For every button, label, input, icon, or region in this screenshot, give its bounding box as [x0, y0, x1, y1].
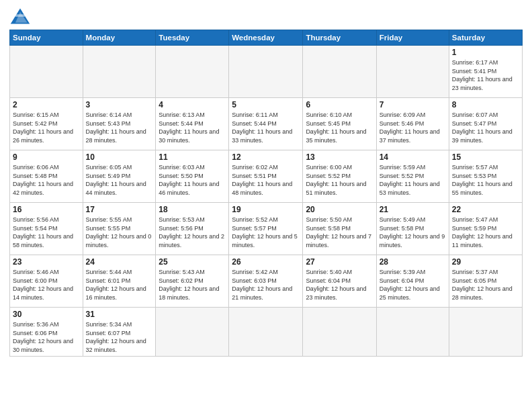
calendar-cell: 6Sunrise: 6:10 AM Sunset: 5:45 PM Daylig…	[303, 98, 376, 150]
day-number: 18	[159, 205, 226, 214]
day-number: 4	[159, 100, 226, 109]
calendar-cell: 20Sunrise: 5:50 AM Sunset: 5:58 PM Dayli…	[303, 203, 376, 255]
day-info: Sunrise: 6:13 AM Sunset: 5:44 PM Dayligh…	[159, 111, 226, 144]
calendar-cell: 25Sunrise: 5:43 AM Sunset: 6:02 PM Dayli…	[156, 255, 229, 308]
calendar-cell: 2Sunrise: 6:15 AM Sunset: 5:42 PM Daylig…	[10, 98, 83, 150]
calendar-cell: 3Sunrise: 6:14 AM Sunset: 5:43 PM Daylig…	[83, 98, 156, 150]
calendar-cell	[376, 308, 449, 357]
day-info: Sunrise: 5:46 AM Sunset: 6:00 PM Dayligh…	[13, 268, 80, 302]
day-number: 21	[380, 205, 446, 214]
calendar-cell: 18Sunrise: 5:53 AM Sunset: 5:56 PM Dayli…	[156, 203, 229, 255]
calendar-cell: 1Sunrise: 6:17 AM Sunset: 5:41 PM Daylig…	[449, 46, 522, 98]
calendar-cell	[156, 46, 229, 98]
calendar: SundayMondayTuesdayWednesdayThursdayFrid…	[9, 30, 523, 357]
calendar-cell: 5Sunrise: 6:11 AM Sunset: 5:44 PM Daylig…	[229, 98, 303, 150]
day-number: 15	[452, 152, 519, 162]
week-row-2: 2Sunrise: 6:15 AM Sunset: 5:42 PM Daylig…	[10, 98, 523, 150]
day-info: Sunrise: 6:15 AM Sunset: 5:42 PM Dayligh…	[13, 111, 80, 144]
logo-icon	[9, 7, 31, 26]
calendar-cell: 24Sunrise: 5:44 AM Sunset: 6:01 PM Dayli…	[83, 255, 156, 308]
day-number: 8	[452, 100, 519, 109]
weekday-header-friday: Friday	[376, 30, 449, 46]
day-number: 25	[159, 257, 226, 267]
calendar-cell	[229, 308, 303, 357]
day-number: 20	[306, 205, 373, 214]
page: SundayMondayTuesdayWednesdayThursdayFrid…	[0, 0, 532, 411]
calendar-cell: 22Sunrise: 5:47 AM Sunset: 5:59 PM Dayli…	[449, 203, 522, 255]
day-info: Sunrise: 5:59 AM Sunset: 5:52 PM Dayligh…	[380, 163, 446, 197]
calendar-cell	[229, 46, 303, 98]
day-number: 3	[86, 100, 153, 109]
calendar-cell: 31Sunrise: 5:34 AM Sunset: 6:07 PM Dayli…	[83, 308, 156, 357]
calendar-cell: 29Sunrise: 5:37 AM Sunset: 6:05 PM Dayli…	[449, 255, 522, 308]
calendar-cell: 15Sunrise: 5:57 AM Sunset: 5:53 PM Dayli…	[449, 150, 522, 203]
day-info: Sunrise: 5:53 AM Sunset: 5:56 PM Dayligh…	[159, 216, 226, 249]
week-row-3: 9Sunrise: 6:06 AM Sunset: 5:48 PM Daylig…	[10, 150, 523, 203]
day-number: 22	[452, 205, 519, 214]
day-number: 5	[232, 100, 300, 109]
day-number: 7	[380, 100, 446, 109]
day-info: Sunrise: 6:03 AM Sunset: 5:50 PM Dayligh…	[159, 163, 226, 197]
calendar-cell	[156, 308, 229, 357]
day-info: Sunrise: 6:14 AM Sunset: 5:43 PM Dayligh…	[86, 111, 153, 144]
day-info: Sunrise: 5:47 AM Sunset: 5:59 PM Dayligh…	[452, 216, 519, 249]
day-number: 30	[13, 310, 80, 319]
day-number: 14	[380, 152, 446, 162]
calendar-cell: 10Sunrise: 6:05 AM Sunset: 5:49 PM Dayli…	[83, 150, 156, 203]
calendar-cell	[10, 46, 83, 98]
day-number: 26	[232, 257, 300, 267]
day-info: Sunrise: 6:05 AM Sunset: 5:49 PM Dayligh…	[86, 163, 153, 197]
week-row-5: 23Sunrise: 5:46 AM Sunset: 6:00 PM Dayli…	[10, 255, 523, 308]
day-info: Sunrise: 6:07 AM Sunset: 5:47 PM Dayligh…	[452, 111, 519, 144]
day-info: Sunrise: 5:52 AM Sunset: 5:57 PM Dayligh…	[232, 216, 300, 249]
day-number: 29	[452, 257, 519, 267]
calendar-cell: 11Sunrise: 6:03 AM Sunset: 5:50 PM Dayli…	[156, 150, 229, 203]
day-number: 27	[306, 257, 373, 267]
day-info: Sunrise: 5:43 AM Sunset: 6:02 PM Dayligh…	[159, 268, 226, 302]
day-number: 16	[13, 205, 80, 214]
logo	[9, 7, 34, 26]
day-number: 10	[86, 152, 153, 162]
weekday-header-sunday: Sunday	[10, 30, 83, 46]
day-number: 23	[13, 257, 80, 267]
day-info: Sunrise: 5:49 AM Sunset: 5:58 PM Dayligh…	[380, 216, 446, 249]
calendar-cell: 19Sunrise: 5:52 AM Sunset: 5:57 PM Dayli…	[229, 203, 303, 255]
day-info: Sunrise: 6:02 AM Sunset: 5:51 PM Dayligh…	[232, 163, 300, 197]
calendar-cell: 21Sunrise: 5:49 AM Sunset: 5:58 PM Dayli…	[376, 203, 449, 255]
calendar-cell: 26Sunrise: 5:42 AM Sunset: 6:03 PM Dayli…	[229, 255, 303, 308]
calendar-cell: 17Sunrise: 5:55 AM Sunset: 5:55 PM Dayli…	[83, 203, 156, 255]
calendar-cell: 4Sunrise: 6:13 AM Sunset: 5:44 PM Daylig…	[156, 98, 229, 150]
calendar-cell: 28Sunrise: 5:39 AM Sunset: 6:04 PM Dayli…	[376, 255, 449, 308]
day-number: 1	[452, 48, 519, 57]
weekday-header-monday: Monday	[83, 30, 156, 46]
svg-rect-2	[15, 14, 25, 17]
calendar-cell: 16Sunrise: 5:56 AM Sunset: 5:54 PM Dayli…	[10, 203, 83, 255]
calendar-cell: 30Sunrise: 5:36 AM Sunset: 6:06 PM Dayli…	[10, 308, 83, 357]
calendar-cell	[303, 308, 376, 357]
day-info: Sunrise: 5:39 AM Sunset: 6:04 PM Dayligh…	[380, 268, 446, 302]
calendar-cell	[303, 46, 376, 98]
calendar-cell: 8Sunrise: 6:07 AM Sunset: 5:47 PM Daylig…	[449, 98, 522, 150]
calendar-cell: 12Sunrise: 6:02 AM Sunset: 5:51 PM Dayli…	[229, 150, 303, 203]
day-info: Sunrise: 5:42 AM Sunset: 6:03 PM Dayligh…	[232, 268, 300, 302]
week-row-6: 30Sunrise: 5:36 AM Sunset: 6:06 PM Dayli…	[10, 308, 523, 357]
week-row-4: 16Sunrise: 5:56 AM Sunset: 5:54 PM Dayli…	[10, 203, 523, 255]
calendar-cell: 7Sunrise: 6:09 AM Sunset: 5:46 PM Daylig…	[376, 98, 449, 150]
calendar-cell	[376, 46, 449, 98]
day-info: Sunrise: 5:37 AM Sunset: 6:05 PM Dayligh…	[452, 268, 519, 302]
day-info: Sunrise: 5:40 AM Sunset: 6:04 PM Dayligh…	[306, 268, 373, 302]
weekday-header-saturday: Saturday	[449, 30, 522, 46]
day-number: 12	[232, 152, 300, 162]
header	[9, 7, 523, 26]
day-info: Sunrise: 5:44 AM Sunset: 6:01 PM Dayligh…	[86, 268, 153, 302]
day-number: 13	[306, 152, 373, 162]
calendar-cell	[83, 46, 156, 98]
day-number: 2	[13, 100, 80, 109]
day-info: Sunrise: 6:06 AM Sunset: 5:48 PM Dayligh…	[13, 163, 80, 197]
day-info: Sunrise: 6:11 AM Sunset: 5:44 PM Dayligh…	[232, 111, 300, 144]
day-info: Sunrise: 5:34 AM Sunset: 6:07 PM Dayligh…	[86, 320, 153, 354]
calendar-cell: 27Sunrise: 5:40 AM Sunset: 6:04 PM Dayli…	[303, 255, 376, 308]
day-info: Sunrise: 5:55 AM Sunset: 5:55 PM Dayligh…	[86, 216, 153, 249]
weekday-header-wednesday: Wednesday	[229, 30, 303, 46]
day-number: 19	[232, 205, 300, 214]
